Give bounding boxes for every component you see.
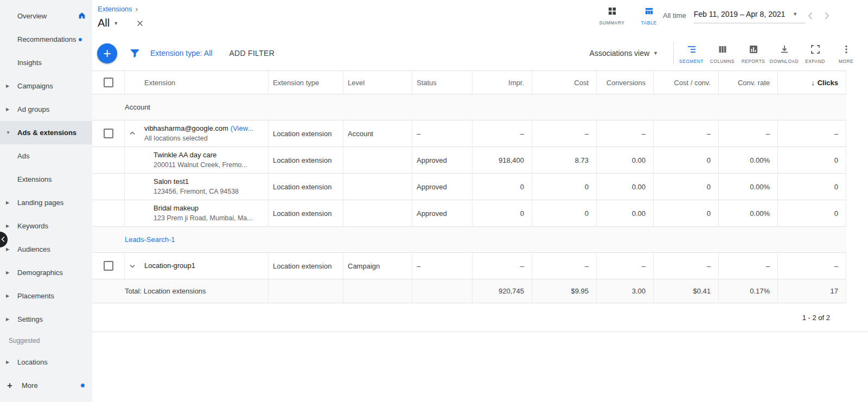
view-link[interactable]: (View... (231, 124, 253, 132)
filter-icon[interactable] (130, 49, 140, 58)
section-row-account: Account (92, 94, 846, 120)
segment-button[interactable]: SEGMENT (676, 43, 707, 64)
level-cell: Campaign (343, 253, 412, 279)
sidebar-section-suggested: Suggested (0, 331, 92, 350)
table-view-button[interactable]: TABLE (635, 7, 663, 25)
sidebar-item-label: More (22, 381, 38, 390)
sidebar-item-insights[interactable]: Insights (0, 51, 92, 74)
date-range-area: All time Feb 11, 2019 – Apr 8, 2021 ▼ (663, 10, 806, 23)
expand-row-chevron-icon[interactable] (129, 263, 144, 269)
associations-view-selector[interactable]: Associations view ▼ (590, 49, 658, 58)
sidebar-item-label: Settings (17, 315, 43, 323)
expand-caret-icon: ▶ (6, 247, 9, 252)
conv-rate-cell: 0.00% (719, 147, 778, 173)
sidebar-item-recommendations[interactable]: Recommendations (0, 28, 92, 51)
sidebar-item-audiences[interactable]: ▶ Audiences (0, 238, 92, 261)
row-checkbox[interactable] (104, 261, 113, 271)
pagination-range: 1 - 2 of 2 (802, 314, 830, 322)
sidebar-item-landing-pages[interactable]: ▶ Landing pages (0, 191, 92, 214)
total-row: Total: Location extensions 920,745 $9.95… (92, 279, 846, 303)
extension-name: Bridal makeup (154, 203, 253, 214)
row-checkbox[interactable] (104, 129, 113, 138)
sidebar-item-label: Landing pages (17, 199, 63, 207)
expand-button[interactable]: EXPAND (800, 43, 831, 64)
close-icon[interactable] (136, 19, 144, 28)
dropdown-caret-icon[interactable]: ▼ (113, 21, 118, 26)
column-header-clicks[interactable]: ↓ Clicks (778, 71, 846, 94)
column-header-conversions[interactable]: Conversions (597, 71, 654, 94)
sidebar-item-label: Ads & extensions (17, 129, 76, 137)
cost-cell: 0 (532, 200, 597, 226)
table-row: Bridal makeup 123 Prem ji Road, Mumbai, … (92, 200, 846, 227)
table-row: vibhasharma@google.com(View... All locat… (92, 120, 846, 147)
columns-button[interactable]: COLUMNS (707, 43, 738, 64)
sidebar-item-settings[interactable]: ▶ Settings (0, 308, 92, 331)
total-cost: $9.95 (532, 279, 597, 303)
add-extension-button[interactable]: + (97, 43, 117, 63)
sidebar-item-label: Placements (17, 292, 54, 300)
total-cost-per-conv: $0.41 (654, 279, 719, 303)
sidebar-item-ad-groups[interactable]: ▶ Ad groups (0, 98, 92, 121)
column-header-extension[interactable]: Extension (125, 71, 269, 94)
sidebar-item-keywords[interactable]: ▶ Keywords (0, 214, 92, 238)
sidebar-item-ads-and-extensions[interactable]: ▼ Ads & extensions (0, 121, 92, 144)
status-cell (412, 279, 473, 303)
cost-per-conv-cell: 0 (654, 174, 719, 200)
date-range-picker[interactable]: Feb 11, 2019 – Apr 8, 2021 ▼ (694, 10, 806, 23)
sidebar-item-demographics[interactable]: ▶ Demographics (0, 261, 92, 284)
sidebar-item-campaigns[interactable]: ▶ Campaigns (0, 74, 92, 98)
add-filter-button[interactable]: ADD FILTER (229, 49, 275, 58)
level-cell: Account (343, 120, 412, 146)
next-period-button[interactable] (824, 11, 830, 20)
status-cell: Approved (412, 147, 473, 173)
clicks-cell: 0 (778, 200, 846, 226)
column-header-cost-per-conv[interactable]: Cost / conv. (654, 71, 719, 94)
sidebar-subitem-ads[interactable]: Ads (0, 144, 92, 168)
extension-type-cell: Location extension (269, 253, 343, 279)
column-header-impr[interactable]: Impr. (473, 71, 532, 94)
checkbox-cell (92, 147, 125, 173)
sidebar-subitem-extensions[interactable]: Extensions (0, 168, 92, 191)
extension-cell: vibhasharma@google.com(View... All locat… (125, 120, 269, 146)
status-cell: – (412, 120, 473, 146)
extension-name: Twinkle AA day care (154, 150, 247, 161)
section-row-campaign[interactable]: Leads-Search-1 (92, 227, 846, 253)
home-icon[interactable] (78, 11, 86, 22)
extension-name: vibhasharma@google.com (144, 124, 228, 132)
breadcrumb-separator: › (136, 5, 138, 13)
summary-view-button[interactable]: SUMMARY (598, 7, 626, 25)
checkbox-cell (92, 120, 125, 146)
sidebar-item-placements[interactable]: ▶ Placements (0, 284, 92, 308)
sidebar-item-label: Extensions (17, 175, 52, 183)
select-all-checkbox[interactable] (104, 78, 113, 87)
extension-subtitle: All locations selected (144, 133, 253, 144)
scope-selector[interactable]: All (98, 17, 110, 29)
expand-icon (810, 44, 820, 56)
sidebar-item-overview[interactable]: Overview (0, 4, 92, 28)
reports-icon (749, 44, 758, 56)
breadcrumb[interactable]: Extensions› (98, 5, 138, 13)
clicks-cell: 0 (778, 147, 846, 173)
column-header-conv-rate[interactable]: Conv. rate (719, 71, 778, 94)
previous-period-button[interactable] (807, 11, 813, 20)
extension-cell: Bridal makeup 123 Prem ji Road, Mumbai, … (125, 200, 269, 226)
column-header-cost[interactable]: Cost (532, 71, 597, 94)
column-header-status[interactable]: Status (412, 71, 473, 94)
sidebar-item-more[interactable]: + More (0, 374, 92, 397)
conversions-cell: 0.00 (597, 147, 654, 173)
filter-chip-extension-type[interactable]: Extension type: All (150, 49, 212, 58)
extensions-table: Extension Extension type Level Status Im… (92, 71, 868, 332)
expand-caret-icon: ▶ (6, 107, 9, 112)
conversions-cell: 0.00 (597, 200, 654, 226)
more-button[interactable]: MORE (831, 43, 861, 64)
sort-descending-icon: ↓ (811, 79, 815, 87)
extension-subtitle: 123 Prem ji Road, Mumbai, Ma... (154, 213, 253, 224)
dropdown-caret-icon: ▼ (653, 50, 658, 56)
column-header-level[interactable]: Level (343, 71, 412, 94)
sidebar-item-locations[interactable]: ▶ Locations (0, 350, 92, 374)
download-button[interactable]: DOWNLOAD (769, 43, 800, 64)
column-header-extension-type[interactable]: Extension type (269, 71, 343, 94)
reports-button[interactable]: REPORTS (738, 43, 769, 64)
collapse-row-chevron-icon[interactable] (129, 130, 144, 137)
cost-cell: 8.73 (532, 147, 597, 173)
